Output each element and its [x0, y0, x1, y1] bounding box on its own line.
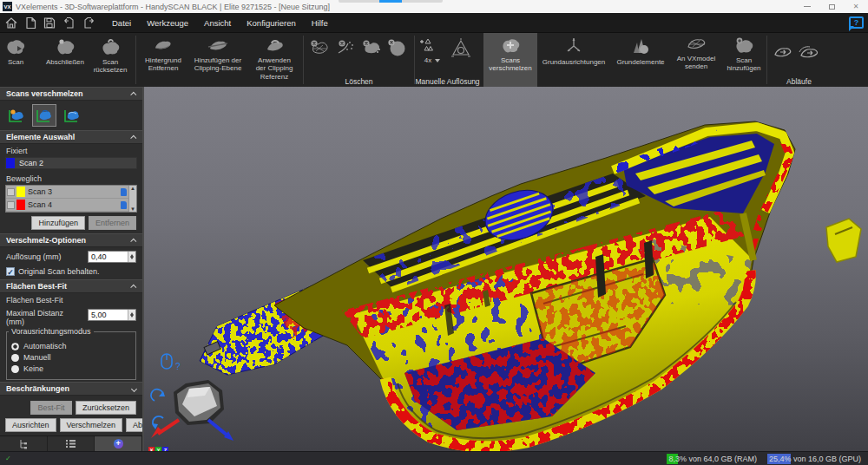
menubar: Datei Werkzeuge Ansicht Konfigurieren Hi… [0, 13, 868, 33]
dropdown-caret-icon [435, 59, 440, 65]
list-item-scan4[interactable]: Scan 4 [6, 199, 136, 212]
merge-mode-reference-icon[interactable] [4, 104, 29, 127]
spinner-arrows-icon[interactable] [128, 252, 135, 262]
menu-werkzeuge[interactable]: Werkzeuge [139, 18, 196, 28]
reset-button[interactable]: Zurücksetzen [76, 401, 136, 415]
send-to-vxmodel-button[interactable]: An VXmodel senden [671, 33, 721, 87]
merge-mode-group-icon[interactable] [60, 104, 84, 127]
keep-original-checkbox[interactable]: ✓ [6, 267, 15, 276]
apply-clipping-reference-button[interactable]: Anwenden der Clipping Referenz [248, 35, 300, 77]
delete-scan-icon[interactable] [306, 35, 332, 77]
group-label-ablaeufe: Abläufe [767, 77, 831, 87]
panel-header-beschraenkungen[interactable]: Beschränkungen [0, 382, 142, 396]
menu-datei[interactable]: Datei [104, 18, 139, 28]
toolbar: Scan Abschließen Scan rücksetzen Hinterg… [0, 33, 868, 87]
max-distance-input[interactable]: 5,00 [88, 309, 136, 321]
scan4-checkbox[interactable] [7, 201, 15, 209]
merge-button[interactable]: Verschmelzen [60, 418, 123, 432]
resolution-input[interactable]: 0,40 [88, 251, 136, 263]
titlebar: VX VXelements - 3D-Softwareplattform - H… [0, 0, 868, 13]
radio-icon[interactable] [11, 365, 19, 373]
delete-points-icon[interactable] [332, 35, 358, 77]
statusbar: ✓ 8,3% von 64,0 GB (RAM) 25,4% von 16,0 … [0, 451, 868, 465]
radio-icon[interactable] [11, 343, 19, 350]
chevron-down-icon [131, 386, 137, 392]
radio-keine[interactable]: Keine [11, 364, 131, 373]
minimize-icon[interactable] [795, 0, 819, 13]
spinner-arrows-icon[interactable] [128, 310, 135, 320]
menu-ansicht[interactable]: Ansicht [196, 18, 239, 28]
merge-mode-pair-icon[interactable] [32, 104, 56, 127]
help-bubble-icon[interactable]: ? [849, 16, 864, 29]
window-title: VXelements - 3D-Softwareplattform - Hand… [16, 3, 330, 11]
menu-hilfe[interactable]: Hilfe [304, 18, 336, 28]
add-button[interactable]: Hinzufügen [31, 216, 85, 230]
ram-usage-meter: 8,3% von 64,0 GB (RAM) [667, 454, 759, 464]
list-item-scan3[interactable]: Scan 3 [6, 186, 136, 199]
group-label-manuelle-aufloesung: Manuelle Auflösung [415, 77, 480, 87]
undo-icon[interactable] [62, 16, 76, 29]
radio-icon[interactable] [11, 354, 19, 362]
merge-scans-button[interactable]: Scans verschmelzen [483, 33, 537, 87]
merged-scan-model[interactable]: ? [144, 87, 868, 451]
navigation-cube[interactable] [151, 380, 233, 441]
scan2-color-swatch [6, 158, 15, 168]
app-icon: VX [3, 2, 12, 11]
close-icon[interactable]: ✕ [844, 0, 868, 13]
scan-button[interactable]: Scan [3, 35, 29, 77]
reset-scan-button[interactable]: Scan rücksetzen [88, 35, 133, 77]
base-alignments-button[interactable]: Grundausrichtungen [537, 33, 610, 87]
scan3-checkbox[interactable] [7, 188, 15, 196]
chevron-up-icon [130, 91, 136, 97]
rotate-cw-icon[interactable] [151, 390, 165, 401]
resolution-multiplier-icon[interactable]: 4x [418, 35, 447, 77]
menu-konfigurieren[interactable]: Konfigurieren [239, 18, 304, 28]
resolution-target-icon[interactable] [447, 35, 475, 77]
finish-scan-button[interactable]: Abschließen [43, 35, 88, 77]
restore-icon[interactable] [819, 0, 844, 13]
group-label-loeschen: Löschen [304, 77, 414, 87]
fixed-scan-row[interactable]: Scan 2 [5, 157, 137, 169]
max-distance-label: Maximal Distanz(mm) [6, 309, 88, 326]
resolution-label: Auflösung (mm) [6, 252, 88, 261]
viewport-3d[interactable]: ? [144, 87, 868, 451]
radio-automatisch[interactable]: Automatisch [11, 342, 131, 350]
mouse-help-icon[interactable]: ? [161, 354, 181, 371]
prealign-groupbox: Vorausrichtungsmodus Automatisch Manuell… [6, 331, 136, 380]
movable-scan-list: Scan 3 Scan 4 ▲▼ [5, 185, 137, 213]
align-button[interactable]: Ausrichten [5, 418, 56, 432]
add-tab-icon[interactable]: + [95, 436, 142, 451]
cancel-button[interactable]: Abbrechen [126, 418, 144, 432]
workflow-export-icon[interactable] [770, 35, 796, 77]
add-scan-button[interactable]: Scan hinzufügen [721, 33, 766, 87]
home-icon[interactable] [4, 16, 18, 29]
panel-header-verschmelz-optionen[interactable]: Verschmelz-Optionen [0, 233, 142, 247]
add-clipping-plane-button[interactable]: Hinzufügen der Clipping-Ebene [187, 35, 248, 77]
titlebar-accent-strip [339, 0, 443, 3]
save-icon[interactable] [43, 16, 56, 29]
chevron-up-icon [130, 134, 136, 141]
tree-view-icon[interactable] [0, 436, 48, 451]
delete-sphere-icon[interactable] [385, 35, 409, 77]
list-scrollbar[interactable]: ▲▼ [128, 186, 136, 212]
redo-icon[interactable] [82, 16, 95, 29]
panel-header-flaechen-bestfit[interactable]: Flächen Best-Fit [0, 279, 142, 293]
rotate-ccw-icon[interactable] [152, 416, 163, 429]
radio-manuell[interactable]: Manuell [11, 353, 131, 362]
remove-background-button[interactable]: Hintergrund Entfernen [139, 35, 187, 77]
z-axis-arrow [208, 420, 227, 436]
panel-header-scans-verschmelzen[interactable]: Scans verschmelzen [0, 87, 142, 101]
base-entities-button[interactable]: Grundelemente [610, 33, 671, 87]
list-view-icon[interactable] [48, 436, 95, 451]
svg-text:?: ? [175, 362, 181, 371]
bestfit-sub-label: Flächen Best-Fit [0, 293, 142, 305]
scan3-color-swatch [16, 187, 25, 197]
x-axis-arrow [158, 420, 179, 434]
vxelements-window: VX VXelements - 3D-Softwareplattform - H… [0, 0, 868, 465]
delete-patch-icon[interactable] [358, 35, 385, 77]
panel-header-elemente-auswahl[interactable]: Elemente Auswahl [0, 130, 142, 144]
new-file-icon[interactable] [25, 16, 36, 29]
scan4-color-swatch [16, 200, 25, 210]
workflow-export-all-icon[interactable] [796, 35, 824, 77]
sidebar-bottom-tabs: + [0, 436, 142, 451]
